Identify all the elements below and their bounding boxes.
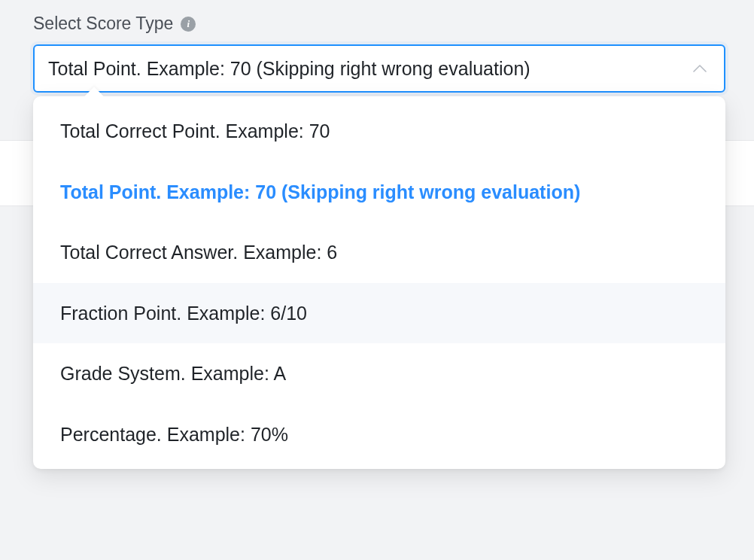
info-icon[interactable]: i xyxy=(181,17,196,32)
dropdown-option[interactable]: Total Correct Point. Example: 70 xyxy=(33,101,725,162)
dropdown-option[interactable]: Total Point. Example: 70 (Skipping right… xyxy=(33,162,725,223)
score-type-field: Select Score Type i Total Point. Example… xyxy=(33,14,725,93)
field-label: Select Score Type xyxy=(33,14,173,34)
field-label-row: Select Score Type i xyxy=(33,14,725,34)
dropdown-option[interactable]: Grade System. Example: A xyxy=(33,343,725,404)
score-type-select[interactable]: Total Point. Example: 70 (Skipping right… xyxy=(33,44,725,93)
dropdown-option[interactable]: Fraction Point. Example: 6/10 xyxy=(33,283,725,344)
dropdown-option[interactable]: Percentage. Example: 70% xyxy=(33,404,725,465)
chevron-up-icon xyxy=(692,61,707,76)
select-value: Total Point. Example: 70 (Skipping right… xyxy=(48,58,531,80)
score-type-dropdown: Total Correct Point. Example: 70Total Po… xyxy=(33,96,725,469)
dropdown-option[interactable]: Total Correct Answer. Example: 6 xyxy=(33,222,725,283)
